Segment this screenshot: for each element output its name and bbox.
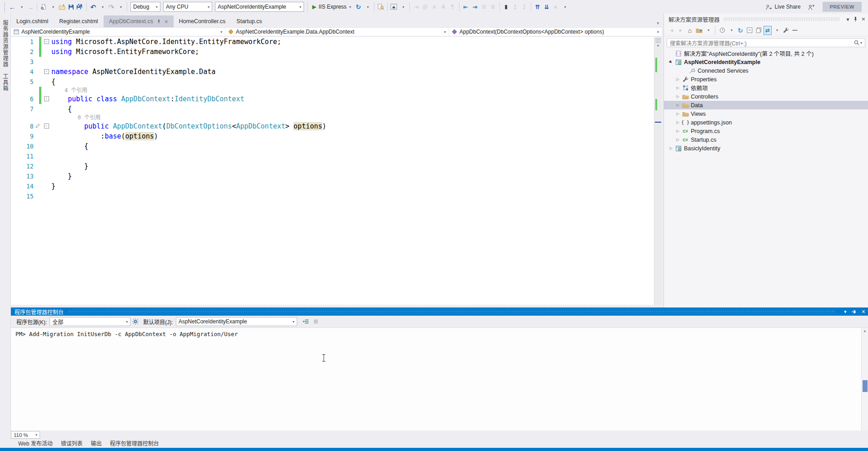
code-line[interactable]: 2using Microsoft.EntityFrameworkCore;: [11, 47, 662, 57]
tree-collapsed-arrow-icon[interactable]: ▷: [674, 86, 681, 90]
code-line[interactable]: 9 :base(options): [11, 131, 662, 141]
clear-bookmarks-disabled-icon[interactable]: ×: [551, 1, 560, 12]
find-in-files-icon[interactable]: [376, 1, 385, 12]
tree-collapsed-arrow-icon[interactable]: ▷: [674, 103, 681, 107]
bookmark-icon[interactable]: ▮: [502, 1, 511, 12]
code-editor[interactable]: 1-using Microsoft.AspNetCore.Identity.En…: [11, 37, 662, 305]
comment-disabled-icon[interactable]: ≣: [479, 1, 489, 12]
tree-item-data[interactable]: ▷Data: [664, 101, 868, 109]
refresh-icon[interactable]: ↻: [354, 1, 363, 12]
console-title-bar[interactable]: 程序包管理器控制台 ▾ ×: [11, 307, 868, 316]
dropdown-arrow-icon[interactable]: ▾: [17, 1, 26, 12]
toolbox-vertical-tab[interactable]: 工具箱: [1, 74, 9, 91]
code-line[interactable]: 13 }: [11, 171, 662, 181]
scroll-up-icon[interactable]: ▲: [862, 328, 868, 334]
gear-icon[interactable]: [130, 317, 140, 327]
save-icon[interactable]: [66, 1, 75, 12]
tab-startup-cs[interactable]: Startup.cs: [231, 15, 267, 27]
code-line[interactable]: 15: [11, 191, 662, 201]
toolbar-grip[interactable]: [4, 2, 6, 12]
se-collapse-pane-icon[interactable]: —: [791, 26, 799, 35]
dropdown-arrow-icon[interactable]: ▾: [48, 1, 57, 12]
outline-margin[interactable]: -: [41, 121, 51, 131]
config-combo[interactable]: Debug▾: [130, 2, 160, 12]
clear-console-icon[interactable]: [301, 317, 311, 327]
se-new-item-icon[interactable]: [695, 26, 703, 35]
tree-item-project-basiclyidentity[interactable]: ▷BasiclyIdentity: [664, 144, 868, 153]
copy-format-disabled-icon[interactable]: ¶: [448, 1, 457, 12]
next-bookmark-disabled-icon[interactable]: ↧: [520, 1, 529, 12]
save-all-icon[interactable]: [75, 1, 85, 12]
breadcrumb-type-dropdown[interactable]: AspNetCoreIdentityExample.Data.AppDbCont…: [225, 28, 449, 36]
code-line[interactable]: 7 {: [11, 104, 662, 114]
code-line[interactable]: 12 }: [11, 161, 662, 171]
code-line[interactable]: 10 {: [11, 141, 662, 151]
nav-forward-icon[interactable]: →: [26, 1, 35, 12]
prev-bookmark-folder-icon[interactable]: ⇈: [533, 1, 542, 12]
window-menu-icon[interactable]: ▾: [844, 309, 847, 315]
scroll-up-icon[interactable]: ▲: [654, 43, 662, 48]
codelens-references[interactable]: 0 个引用: [51, 114, 100, 121]
default-project-combo[interactable]: AspNetCoreIdentityExample ▾: [176, 317, 297, 326]
code-line[interactable]: 8- public AppDbContext(DbContextOptions<…: [11, 121, 662, 131]
close-icon[interactable]: ×: [862, 308, 865, 315]
outline-margin[interactable]: -: [41, 67, 51, 77]
code-line[interactable]: 3: [11, 57, 662, 67]
open-file-icon[interactable]: [57, 1, 66, 12]
format-indent-disabled-icon[interactable]: ⇥: [412, 1, 421, 12]
tree-expanded-arrow-icon[interactable]: ▶: [668, 60, 674, 64]
console-scrollbar[interactable]: ▲: [861, 328, 868, 431]
tab-appdbcontext-cs[interactable]: AppDbContext.cs×: [104, 15, 174, 27]
se-sync-icon[interactable]: ↻: [736, 26, 744, 35]
tree-collapsed-arrow-icon[interactable]: ▷: [674, 129, 681, 133]
increase-indent-icon[interactable]: ⇥: [470, 1, 479, 12]
project-combo[interactable]: AspNetCoreIdentityExample▾: [215, 2, 304, 12]
code-line[interactable]: 11: [11, 151, 662, 161]
search-icon[interactable]: [854, 40, 859, 45]
package-source-combo[interactable]: 全部 ▾: [50, 317, 130, 326]
tree-collapsed-arrow-icon[interactable]: ▷: [674, 94, 681, 99]
solution-explorer-search-box[interactable]: 搜索解决方案资源管理器(Ctrl+;) ▾: [667, 38, 865, 47]
code-line[interactable]: 4-namespace AspNetCoreIdentityExample.Da…: [11, 67, 662, 77]
tree-item-startup-cs[interactable]: ▷C#Startup.cs: [664, 135, 868, 144]
tree-collapsed-arrow-icon[interactable]: ▷: [674, 120, 681, 124]
tree-item-project-aspnetcoreidentityexample[interactable]: ▶AspNetCoreIdentityExample: [664, 58, 868, 66]
decrease-indent-icon[interactable]: ⇤: [461, 1, 470, 12]
tree-collapsed-arrow-icon[interactable]: ▷: [674, 77, 681, 81]
new-file-icon[interactable]: [39, 1, 48, 12]
format-at-disabled-icon[interactable]: @: [421, 1, 430, 12]
redo-icon[interactable]: ↷: [107, 1, 116, 12]
window-menu-icon[interactable]: ▾: [847, 16, 849, 23]
se-properties-wrench-icon[interactable]: [782, 26, 790, 35]
browser-home-icon[interactable]: [389, 1, 399, 12]
outline-margin[interactable]: -: [41, 37, 51, 47]
live-share-button[interactable]: Live Share: [765, 4, 800, 10]
se-sync-active-doc-icon[interactable]: ⇄: [763, 26, 772, 35]
dropdown-arrow-icon[interactable]: ▾: [116, 1, 125, 12]
tree-collapsed-arrow-icon[interactable]: ▷: [674, 112, 681, 116]
prev-bookmark-disabled-icon[interactable]: ↥: [511, 1, 520, 12]
codelens-line[interactable]: 4 个引用: [11, 87, 662, 94]
format-font-disabled-icon[interactable]: A: [439, 1, 448, 12]
code-line[interactable]: 5{: [11, 77, 662, 87]
codelens-line[interactable]: 0 个引用: [11, 114, 662, 121]
editor-zoom-control[interactable]: 110 % ▾: [11, 431, 40, 439]
tree-item-solution-node[interactable]: 解决方案"AspNetCoreIdentity"(第 2 个项目, 共 2 个): [664, 49, 868, 58]
start-debugging-button[interactable]: ▶IIS Express▾: [309, 1, 354, 12]
tree-collapsed-arrow-icon[interactable]: ▷: [668, 146, 674, 150]
dropdown-arrow-icon[interactable]: ▾: [363, 1, 372, 12]
se-pending-changes-icon[interactable]: [718, 26, 726, 35]
dropdown-arrow-icon[interactable]: ▾: [98, 1, 107, 12]
code-line[interactable]: 1-using Microsoft.AspNetCore.Identity.En…: [11, 37, 662, 47]
se-back-icon[interactable]: ◄: [668, 26, 676, 35]
se-dropdown-icon[interactable]: ▾: [727, 26, 735, 35]
se-forward-icon[interactable]: ►: [677, 26, 685, 35]
se-home-icon[interactable]: ⌂: [686, 26, 694, 35]
tab-overflow-icon[interactable]: ▾: [657, 21, 662, 27]
pin-icon[interactable]: [157, 19, 161, 24]
uncomment-disabled-icon[interactable]: ≣: [489, 1, 498, 12]
se-copy-icon[interactable]: [754, 26, 763, 35]
tab-homecontroller-cs[interactable]: HomeController.cs: [174, 15, 231, 27]
pin-icon[interactable]: [851, 309, 857, 314]
scrollbar-thumb[interactable]: [863, 380, 868, 392]
